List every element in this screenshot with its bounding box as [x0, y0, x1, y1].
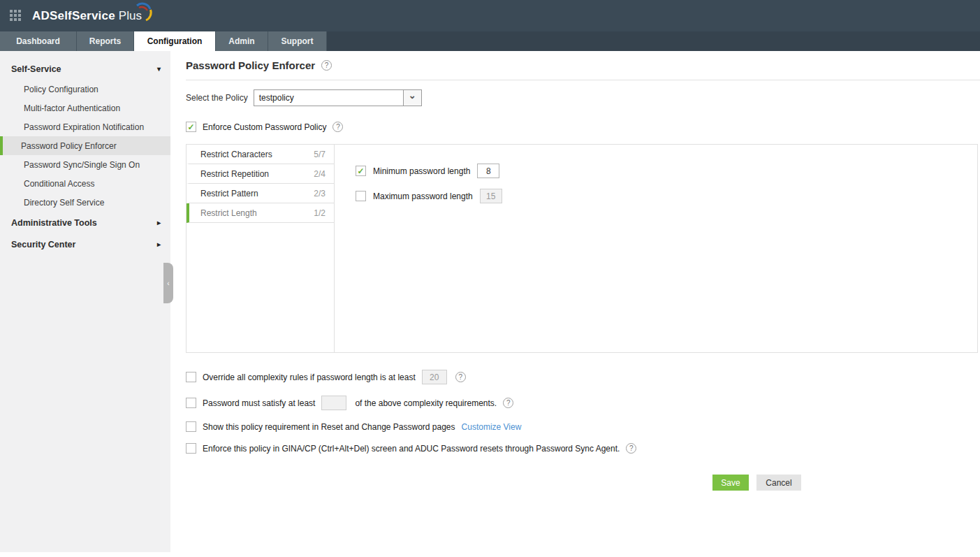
caret-down-icon: ▾: [157, 65, 161, 73]
rule-tab-label: Restrict Pattern: [200, 189, 258, 198]
sidebar-section-administrative-tools[interactable]: Administrative Tools ▸: [0, 212, 170, 233]
rule-tab-restrict-characters[interactable]: Restrict Characters 5/7: [187, 145, 334, 164]
maximum-length-checkbox[interactable]: [356, 191, 366, 201]
sidebar-section-self-service[interactable]: Self-Service ▾: [0, 58, 170, 80]
must-satisfy-label-before: Password must satisfy at least: [203, 398, 315, 408]
chevron-down-icon: ⌄: [403, 90, 421, 106]
tab-admin[interactable]: Admin: [216, 31, 268, 51]
must-satisfy-checkbox[interactable]: [186, 398, 196, 408]
app-logo: ADSelfService Plus: [32, 9, 142, 23]
logo-text-primary: ADSelfService: [32, 9, 115, 23]
policy-select[interactable]: testpolicy ⌄: [254, 89, 422, 106]
sidebar-item-policy-configuration[interactable]: Policy Configuration: [0, 80, 170, 99]
cancel-button[interactable]: Cancel: [756, 475, 801, 491]
primary-nav: Dashboard Reports Configuration Admin Su…: [0, 31, 980, 51]
sidebar-item-password-expiration-notification[interactable]: Password Expiration Notification: [0, 117, 170, 136]
rule-tab-list: Restrict Characters 5/7 Restrict Repetit…: [187, 145, 335, 352]
customize-view-link[interactable]: Customize View: [462, 422, 522, 432]
caret-right-icon: ▸: [157, 240, 161, 248]
sidebar-item-conditional-access[interactable]: Conditional Access: [0, 174, 170, 193]
tab-support[interactable]: Support: [268, 31, 327, 51]
override-length-input[interactable]: [422, 370, 447, 384]
rule-tab-label: Restrict Length: [200, 208, 257, 218]
rule-tab-count: 2/3: [314, 189, 326, 198]
sidebar-collapse-handle[interactable]: ‹: [163, 263, 173, 303]
rule-tab-count: 5/7: [314, 150, 326, 159]
rule-tab-label: Restrict Repetition: [200, 169, 269, 179]
check-icon: ✓: [357, 167, 364, 175]
rule-tab-count: 2/4: [314, 169, 326, 179]
rule-tab-restrict-length[interactable]: Restrict Length 1/2: [187, 203, 334, 223]
password-rules-panel: Restrict Characters 5/7 Restrict Repetit…: [186, 144, 978, 353]
help-icon[interactable]: ?: [455, 372, 466, 382]
main-content: Password Policy Enforcer ? Select the Po…: [170, 51, 980, 557]
rule-tab-content: ✓ Minimum password length Maximum passwo…: [335, 145, 977, 352]
sidebar-item-password-sync-single-sign-on[interactable]: Password Sync/Single Sign On: [0, 155, 170, 174]
policy-select-label: Select the Policy: [186, 93, 248, 103]
sidebar-section-security-center[interactable]: Security Center ▸: [0, 233, 170, 255]
policy-select-value: testpolicy: [254, 90, 403, 106]
sidebar: Self-Service ▾ Policy Configuration Mult…: [0, 51, 170, 557]
rule-tab-label: Restrict Characters: [200, 150, 272, 159]
override-complexity-checkbox[interactable]: [186, 372, 196, 382]
caret-right-icon: ▸: [157, 219, 161, 226]
page-title: Password Policy Enforcer: [186, 59, 315, 71]
app-header: ADSelfService Plus: [0, 0, 980, 31]
app-window: ADSelfService Plus Dashboard Reports Con…: [0, 0, 980, 557]
maximum-length-input[interactable]: [480, 189, 502, 203]
enforce-custom-policy-checkbox[interactable]: ✓: [186, 122, 196, 132]
minimum-length-input[interactable]: [477, 164, 499, 178]
help-icon[interactable]: ?: [332, 122, 343, 132]
enforce-custom-policy-label: Enforce Custom Password Policy: [203, 122, 326, 132]
rule-tab-restrict-pattern[interactable]: Restrict Pattern 2/3: [187, 184, 334, 203]
help-icon[interactable]: ?: [503, 398, 513, 408]
maximum-length-label: Maximum password length: [373, 191, 473, 201]
sidebar-item-password-policy-enforcer[interactable]: Password Policy Enforcer: [0, 136, 170, 155]
sidebar-section-label: Self-Service: [11, 64, 61, 74]
rule-tab-restrict-repetition[interactable]: Restrict Repetition 2/4: [187, 164, 334, 184]
enforce-gina-label: Enforce this policy in GINA/CP (Ctrl+Alt…: [203, 444, 620, 454]
enforce-gina-checkbox[interactable]: [186, 443, 196, 454]
tab-dashboard[interactable]: Dashboard: [0, 31, 77, 51]
collapse-chevron-icon: ‹: [167, 280, 169, 287]
sidebar-section-label: Administrative Tools: [11, 218, 97, 228]
must-satisfy-label-after: of the above complexity requirements.: [355, 398, 497, 408]
show-requirement-label: Show this policy requirement in Reset an…: [203, 422, 455, 432]
logo-swirl-icon: [132, 1, 153, 22]
rule-tab-count: 1/2: [314, 208, 326, 218]
minimum-length-label: Minimum password length: [373, 166, 470, 176]
check-icon: ✓: [187, 123, 194, 131]
sidebar-item-multi-factor-authentication[interactable]: Multi-factor Authentication: [0, 99, 170, 117]
tab-configuration[interactable]: Configuration: [134, 31, 216, 51]
save-button[interactable]: Save: [712, 475, 749, 491]
tab-reports[interactable]: Reports: [77, 31, 134, 51]
show-requirement-checkbox[interactable]: [186, 421, 196, 432]
help-icon[interactable]: ?: [321, 60, 332, 71]
help-icon[interactable]: ?: [626, 443, 636, 454]
sidebar-item-directory-self-service[interactable]: Directory Self Service: [0, 193, 170, 212]
minimum-length-checkbox[interactable]: ✓: [356, 166, 366, 176]
sidebar-section-label: Security Center: [11, 240, 75, 249]
must-satisfy-count-input[interactable]: [321, 396, 346, 410]
override-complexity-label: Override all complexity rules if passwor…: [203, 372, 416, 382]
apps-grid-icon[interactable]: [10, 10, 22, 22]
